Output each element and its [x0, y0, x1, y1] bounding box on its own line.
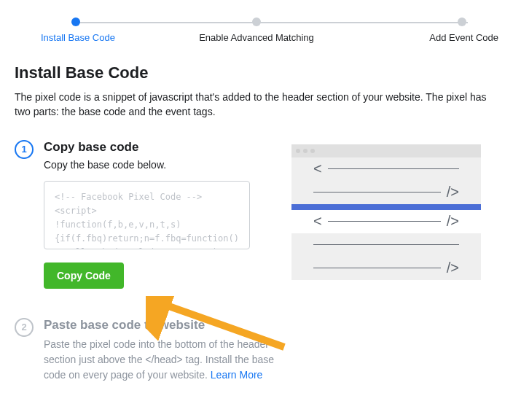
task-number-icon: 2 [15, 318, 34, 337]
bracket-open-icon: < [313, 160, 322, 177]
task-title: Copy base code [44, 140, 250, 155]
task-desc: Paste the pixel code into the bottom of … [44, 337, 277, 383]
mock-highlight-bar [291, 204, 481, 210]
mock-browser-bar [291, 144, 481, 158]
mock-line [328, 221, 441, 222]
step-event[interactable]: Add Event Code [337, 18, 498, 43]
step-dot-icon [252, 18, 261, 26]
page-intro: The pixel code is a snippet of javascrip… [15, 90, 498, 120]
mock-line [313, 244, 459, 245]
window-dot-icon [303, 149, 308, 153]
mock-line [313, 268, 441, 268]
learn-more-link[interactable]: Learn More [211, 369, 263, 381]
step-matching[interactable]: Enable Advanced Matching [176, 18, 337, 43]
step-label: Install Base Code [41, 32, 115, 43]
task-title: Paste base code to website [44, 318, 277, 332]
step-dot-icon [71, 18, 80, 26]
copy-code-button[interactable]: Copy Code [44, 262, 124, 289]
step-dot-icon [458, 18, 466, 26]
task-paste-code: 2 Paste base code to website Paste the p… [15, 318, 277, 393]
setup-stepper: Install Base Code Enable Advanced Matchi… [15, 12, 498, 43]
bracket-open-icon: < [313, 213, 322, 230]
window-dot-icon [310, 149, 315, 153]
step-label: Add Event Code [429, 32, 498, 43]
task-desc: Copy the base code below. [44, 159, 250, 171]
bracket-close-icon: /> [447, 184, 459, 201]
mock-line [313, 192, 441, 192]
bracket-close-icon: /> [447, 260, 459, 276]
task-number-icon: 1 [15, 140, 34, 159]
step-label: Enable Advanced Matching [199, 32, 314, 43]
bracket-close-icon: /> [447, 213, 459, 230]
window-dot-icon [296, 149, 300, 153]
task-copy-code: 1 Copy base code Copy the base code belo… [15, 140, 277, 289]
website-mockup: < /> </> /> [291, 144, 481, 280]
page-title: Install Base Code [15, 63, 498, 82]
step-install[interactable]: Install Base Code [15, 18, 176, 43]
mock-line [328, 168, 459, 169]
code-snippet-box[interactable]: <!-- Facebook Pixel Code --> <script> !f… [44, 181, 250, 249]
